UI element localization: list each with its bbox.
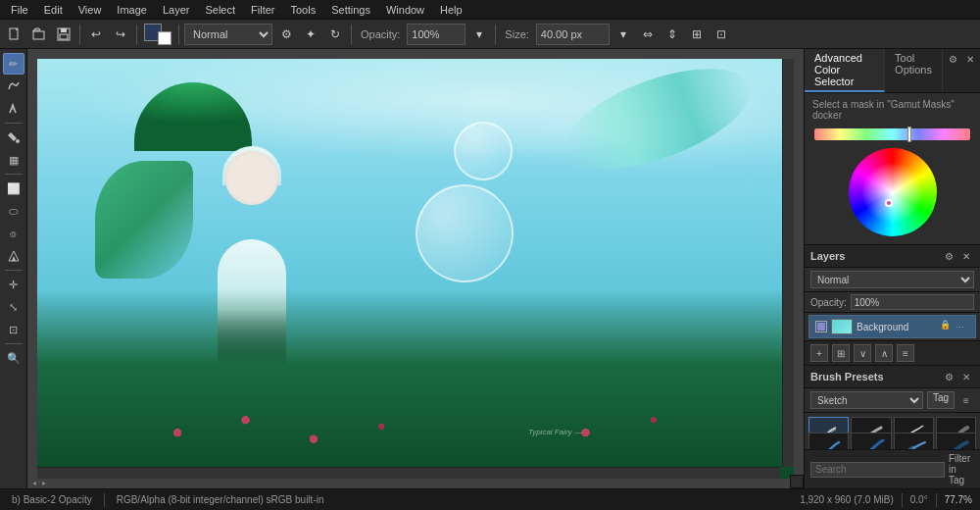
layers-close-btn[interactable]: ✕ bbox=[958, 248, 974, 264]
canvas-image[interactable]: Typical Fairy — bbox=[37, 59, 794, 479]
background-color[interactable] bbox=[158, 31, 172, 45]
horizontal-scrollbar[interactable] bbox=[37, 467, 780, 479]
size-label: Size: bbox=[501, 28, 532, 40]
brush-category-select[interactable]: Sketch bbox=[810, 391, 923, 409]
menu-settings[interactable]: Settings bbox=[324, 2, 377, 18]
color-cursor[interactable] bbox=[885, 199, 893, 207]
brush-item-5[interactable] bbox=[808, 433, 849, 450]
menu-view[interactable]: View bbox=[72, 2, 109, 18]
layer-more-btn[interactable]: ≡ bbox=[897, 344, 914, 362]
color-panel-settings-btn[interactable]: ⚙ bbox=[945, 51, 960, 67]
menu-tools[interactable]: Tools bbox=[284, 2, 323, 18]
status-sep-3 bbox=[936, 493, 937, 507]
refresh-btn[interactable]: ↻ bbox=[324, 24, 346, 45]
calligraphy-tool[interactable] bbox=[3, 98, 24, 120]
layer-down-btn[interactable]: ∨ bbox=[854, 344, 871, 362]
brush-panel-settings-btn[interactable]: ⚙ bbox=[941, 369, 956, 384]
color-wheel-container[interactable] bbox=[808, 144, 976, 240]
vertical-scrollbar[interactable] bbox=[782, 59, 794, 467]
status-sep-2 bbox=[902, 493, 903, 507]
freehand-tool[interactable] bbox=[3, 76, 24, 97]
brush-item-6[interactable] bbox=[851, 433, 891, 450]
layers-opacity-input[interactable] bbox=[851, 294, 974, 310]
brush-settings-btn[interactable]: ⚙ bbox=[275, 24, 297, 45]
add-group-btn[interactable]: ⊞ bbox=[832, 344, 850, 362]
layer-background-row[interactable]: Background 🔒 … bbox=[808, 315, 976, 338]
layer-visibility-toggle[interactable] bbox=[815, 321, 827, 332]
menu-image[interactable]: Image bbox=[110, 2, 154, 18]
menu-file[interactable]: File bbox=[4, 2, 35, 18]
art-flowers bbox=[75, 332, 757, 457]
opacity-input[interactable] bbox=[407, 24, 466, 45]
opacity-down-btn[interactable]: ▾ bbox=[468, 24, 490, 45]
layers-opacity-label: Opacity: bbox=[810, 297, 847, 308]
color-panel-close-btn[interactable]: ✕ bbox=[962, 51, 978, 67]
layers-settings-btn[interactable]: ⚙ bbox=[941, 248, 956, 264]
menu-layer[interactable]: Layer bbox=[156, 2, 197, 18]
rect-select-tool[interactable]: ⬜ bbox=[3, 178, 24, 199]
layer-thumbnail bbox=[831, 319, 853, 334]
brush-item-8[interactable] bbox=[936, 433, 976, 450]
brush-list-view-btn[interactable]: ≡ bbox=[958, 392, 974, 408]
canvas-nav: ◂ ▸ bbox=[30, 479, 48, 487]
color-wheel[interactable] bbox=[849, 148, 937, 236]
gradient-tool[interactable]: ▦ bbox=[3, 149, 24, 171]
menu-edit[interactable]: Edit bbox=[37, 2, 70, 18]
scroll-left[interactable]: ◂ bbox=[30, 479, 38, 487]
brush-item-7[interactable] bbox=[894, 433, 934, 450]
extra-btn[interactable]: ⊡ bbox=[710, 24, 732, 45]
size-input[interactable] bbox=[536, 24, 610, 45]
freehand-select-tool[interactable]: ⌾ bbox=[3, 223, 24, 244]
layer-name: Background bbox=[857, 322, 936, 332]
undo-btn[interactable]: ↩ bbox=[85, 24, 107, 45]
fill-tool[interactable] bbox=[3, 127, 24, 148]
move-tool[interactable]: ✛ bbox=[3, 274, 24, 295]
svg-point-6 bbox=[16, 139, 20, 143]
tab-tool-options[interactable]: Tool Options bbox=[885, 49, 943, 92]
tab-advanced-color[interactable]: Advanced Color Selector bbox=[805, 49, 885, 92]
save-btn[interactable] bbox=[53, 24, 74, 45]
layers-blend-select[interactable]: Normal bbox=[810, 271, 974, 288]
hue-cursor[interactable] bbox=[907, 127, 911, 142]
art-bubble-2 bbox=[454, 122, 513, 180]
menu-select[interactable]: Select bbox=[198, 2, 242, 18]
brush-panel-close-btn[interactable]: ✕ bbox=[958, 369, 974, 384]
layers-panel: Layers ⚙ ✕ Normal Opacity: Ba bbox=[805, 245, 980, 366]
menu-filter[interactable]: Filter bbox=[244, 2, 281, 18]
mirror-h-btn[interactable]: ⇔ bbox=[637, 24, 659, 45]
layers-title: Layers bbox=[810, 250, 845, 262]
scroll-right[interactable]: ▸ bbox=[40, 479, 48, 487]
stabilizer-btn[interactable]: ✦ bbox=[300, 24, 321, 45]
hue-bar[interactable] bbox=[814, 128, 970, 140]
zoom-tool[interactable]: 🔍 bbox=[3, 347, 24, 369]
transform-tool[interactable]: ⤡ bbox=[3, 296, 24, 318]
new-file-btn[interactable] bbox=[4, 24, 25, 45]
brush-search-input[interactable] bbox=[810, 462, 945, 478]
layer-up-btn[interactable]: ∧ bbox=[875, 344, 893, 362]
menu-help[interactable]: Help bbox=[433, 2, 469, 18]
layer-lock-btn[interactable]: 🔒 bbox=[940, 320, 954, 333]
menu-window[interactable]: Window bbox=[379, 2, 431, 18]
crop-tool[interactable]: ⊡ bbox=[3, 319, 24, 340]
contiguous-select-tool[interactable] bbox=[3, 245, 24, 267]
canvas-rotation: 0.0° bbox=[910, 494, 928, 505]
layer-visibility-indicator bbox=[817, 323, 825, 331]
layer-options-btn[interactable]: … bbox=[956, 320, 969, 333]
art-head bbox=[224, 151, 278, 205]
redo-btn[interactable]: ↪ bbox=[110, 24, 131, 45]
brush-tool[interactable]: ✏ bbox=[3, 53, 24, 75]
brush-panel-header: Brush Presets ⚙ ✕ bbox=[805, 366, 980, 388]
gamut-mask-notice: Select a mask in "Gamut Masks" docker bbox=[808, 97, 976, 125]
wrap-btn[interactable]: ⊞ bbox=[686, 24, 708, 45]
color-info-status: RGB/Alpha (8-bit integer/channel) sRGB b… bbox=[113, 494, 328, 505]
mirror-v-btn[interactable]: ⇕ bbox=[662, 24, 683, 45]
size-down-btn[interactable]: ▾ bbox=[612, 24, 634, 45]
add-layer-btn[interactable]: + bbox=[810, 344, 828, 362]
ellipse-select-tool[interactable]: ⬭ bbox=[3, 200, 24, 222]
color-pair[interactable] bbox=[144, 24, 172, 45]
tag-btn[interactable]: Tag bbox=[927, 391, 955, 409]
canvas-area[interactable]: Typical Fairy — ◂ ▸ bbox=[27, 49, 804, 488]
open-btn[interactable] bbox=[28, 24, 50, 45]
blend-mode-select[interactable]: Normal bbox=[184, 24, 272, 45]
menubar: File Edit View Image Layer Select Filter… bbox=[0, 0, 980, 20]
